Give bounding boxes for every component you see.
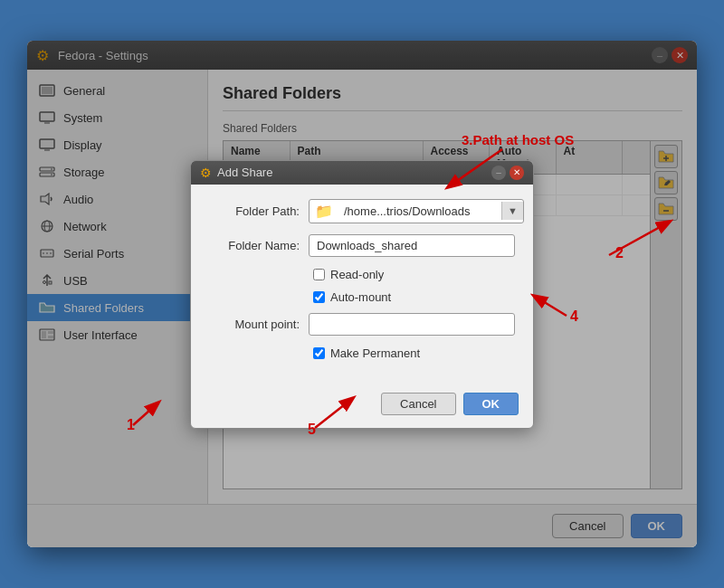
automount-checkbox[interactable] xyxy=(313,291,325,303)
automount-label: Auto-mount xyxy=(330,290,391,304)
mount-point-control xyxy=(309,313,515,336)
folder-path-input-wrapper: 📁 /home...trios/Downloads ▼ xyxy=(309,199,524,223)
automount-row: Auto-mount xyxy=(209,290,515,304)
modal-controls: – ✕ xyxy=(491,166,524,180)
modal-cancel-button[interactable]: Cancel xyxy=(381,393,455,415)
modal-body: Folder Path: 📁 /home...trios/Downloads ▼… xyxy=(191,185,533,384)
modal-minimize-button[interactable]: – xyxy=(491,166,506,180)
folder-path-control: 📁 /home...trios/Downloads ▼ xyxy=(309,199,524,223)
make-permanent-label: Make Permanent xyxy=(330,346,420,360)
folder-path-label: Folder Path: xyxy=(209,204,309,218)
folder-path-dropdown-button[interactable]: ▼ xyxy=(501,202,523,220)
modal-title: Add Share xyxy=(217,166,272,179)
make-permanent-row: Make Permanent xyxy=(209,346,515,360)
readonly-row: Read-only xyxy=(209,268,515,281)
folder-path-row: Folder Path: 📁 /home...trios/Downloads ▼ xyxy=(209,199,515,223)
mount-point-label: Mount point: xyxy=(209,318,309,331)
add-share-modal: ⚙ Add Share – ✕ Folder Path: 📁 /home...t xyxy=(190,160,534,429)
mount-point-row: Mount point: xyxy=(209,313,515,336)
modal-titlebar: ⚙ Add Share – ✕ xyxy=(191,161,533,185)
folder-name-control: Downloads_shared xyxy=(309,234,515,257)
folder-path-input[interactable]: /home...trios/Downloads xyxy=(338,201,501,222)
folder-icon: 📁 xyxy=(310,200,338,223)
modal-title-left: ⚙ Add Share xyxy=(200,166,272,180)
modal-close-button[interactable]: ✕ xyxy=(510,166,524,180)
modal-app-icon: ⚙ xyxy=(200,166,212,180)
modal-ok-button[interactable]: OK xyxy=(463,393,519,415)
make-permanent-checkbox[interactable] xyxy=(313,347,325,359)
mount-point-input[interactable] xyxy=(309,313,515,336)
modal-footer: Cancel OK xyxy=(191,384,533,428)
folder-name-label: Folder Name: xyxy=(209,239,309,252)
folder-name-input[interactable]: Downloads_shared xyxy=(309,234,515,257)
folder-name-row: Folder Name: Downloads_shared xyxy=(209,234,515,257)
readonly-checkbox[interactable] xyxy=(313,269,325,280)
settings-window: ⚙ Fedora - Settings – ✕ General System xyxy=(27,41,697,547)
modal-overlay: ⚙ Add Share – ✕ Folder Path: 📁 /home...t xyxy=(27,41,697,547)
readonly-label: Read-only xyxy=(330,268,384,281)
